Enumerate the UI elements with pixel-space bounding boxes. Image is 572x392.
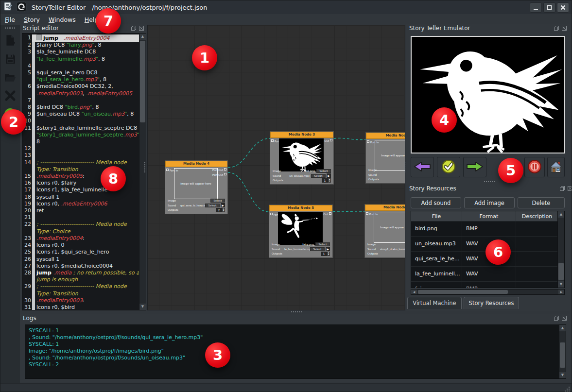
scroll-left-icon[interactable]: ◀: [411, 290, 417, 294]
title-bar[interactable]: StoryTeller Editor - /home/anthony/ostpr…: [0, 0, 572, 15]
media-node[interactable]: Media Node Port InPort Out Image will ap…: [365, 132, 405, 184]
scroll-up-icon[interactable]: ▲: [139, 34, 146, 40]
code-line-7[interactable]: 7: [22, 97, 139, 104]
close-project-icon[interactable]: [3, 88, 17, 103]
code-line-30[interactable]: 30.mediaEntry0003:: [22, 297, 139, 304]
code-line-22[interactable]: 22; ---------------------------- Media n…: [22, 221, 139, 235]
column-header-description[interactable]: Description: [516, 211, 558, 221]
code-line-24[interactable]: 24lcons r0, 0: [22, 242, 139, 249]
code-line-20[interactable]: 20ret: [22, 207, 139, 214]
table-horizontal-scrollbar[interactable]: ◀ ▶: [411, 289, 565, 295]
node-graph-canvas[interactable]: Media Node 4 Port InPort Out Port Out Im…: [147, 25, 405, 310]
code-line-12[interactable]: 12: [22, 145, 139, 152]
splitter-handle[interactable]: [144, 162, 145, 172]
code-line-11[interactable]: 11$story1_drako_luminelle_sceptre DC8 "s…: [22, 125, 139, 146]
code-line-19[interactable]: 19lcons r0, .mediaEntry0006: [22, 201, 139, 207]
code-line-18[interactable]: 18syscall 1: [22, 194, 139, 201]
code-line-31[interactable]: 31lcons r0, $bird: [22, 304, 139, 310]
maximize-button[interactable]: [543, 2, 555, 13]
add-image-button[interactable]: Add image: [464, 197, 515, 208]
table-vertical-scrollbar[interactable]: ▲ ▼: [557, 211, 564, 288]
code-line-1[interactable]: 1jump .mediaEntry0004: [22, 34, 139, 42]
scroll-right-icon[interactable]: ▶: [558, 290, 564, 294]
table-row[interactable]: fairy.pngBMP: [411, 282, 564, 288]
scrollbar-thumb[interactable]: [560, 342, 565, 368]
node-title[interactable]: Media Node 5: [269, 205, 332, 211]
float-panel-icon[interactable]: [554, 25, 559, 31]
home-button[interactable]: [547, 157, 565, 177]
resize-grip-icon[interactable]: [563, 385, 570, 392]
close-panel-icon[interactable]: [561, 25, 567, 31]
scroll-down-icon[interactable]: ▼: [559, 372, 566, 378]
tab-virtual-machine[interactable]: Virtual Machine: [407, 297, 462, 309]
float-panel-icon[interactable]: [554, 315, 559, 321]
node-title[interactable]: Media Node 3: [270, 132, 333, 138]
code-line-25[interactable]: 25lcons r1, $qui_sera_le_hero: [22, 249, 139, 256]
add-sound-button[interactable]: Add sound: [411, 197, 461, 208]
column-header-file[interactable]: File: [411, 211, 462, 221]
pause-button[interactable]: [524, 157, 545, 177]
splitter-handle[interactable]: [484, 181, 495, 182]
menu-story[interactable]: Story: [19, 15, 44, 24]
delete-button[interactable]: Delete: [518, 197, 565, 208]
close-panel-icon[interactable]: [139, 25, 144, 31]
scroll-up-icon[interactable]: ▲: [559, 325, 566, 331]
menu-file[interactable]: File: [0, 15, 19, 24]
node-title[interactable]: Media Node 4: [165, 161, 227, 167]
speaker-icon[interactable]: ▶: [221, 203, 225, 207]
scrollbar-thumb[interactable]: [418, 290, 508, 294]
code-line-29[interactable]: 29; ---------------------------- Media n…: [22, 283, 139, 297]
node-title[interactable]: Media Node: [366, 133, 405, 139]
media-node[interactable]: Media Node 5 Port InPort Out Imagefairy.…: [269, 205, 333, 258]
open-folder-icon[interactable]: [3, 70, 17, 85]
code-line-5[interactable]: 5$qui_sera_le_hero DC8 "qui_sera_le_hero…: [22, 69, 139, 83]
scroll-down-icon[interactable]: ▼: [558, 281, 564, 288]
tab-story-resources[interactable]: Story Resources: [464, 297, 519, 309]
code-editor[interactable]: 1jump .mediaEntry00042$fairy DC8 "fairy.…: [22, 33, 146, 310]
next-button[interactable]: [463, 157, 486, 177]
logs-scrollbar[interactable]: ▲ ▼: [559, 325, 566, 378]
node-title[interactable]: Media Node 6: [365, 205, 405, 211]
float-panel-icon[interactable]: [559, 186, 565, 191]
scrollbar-thumb[interactable]: [558, 263, 564, 280]
media-node[interactable]: Media Node 4 Port InPort Out Port Out Im…: [165, 160, 228, 214]
outputs-spinner[interactable]: 1▲▼: [321, 252, 330, 256]
code-line-21[interactable]: 21: [22, 214, 139, 221]
previous-button[interactable]: [411, 157, 434, 177]
code-line-13[interactable]: 13: [22, 152, 139, 159]
select-image-button[interactable]: Select: [315, 242, 330, 246]
close-button[interactable]: [557, 2, 569, 13]
column-header-format[interactable]: Format: [462, 211, 516, 221]
outputs-spinner[interactable]: 1▲▼: [322, 178, 331, 183]
code-line-3[interactable]: 3$la_fee_luminelle DC8 "la_fee_luminelle…: [22, 49, 139, 62]
code-line-6[interactable]: 6$mediaChoice0004 DC32, 2, .mediaEntry00…: [22, 83, 139, 97]
select-image-button[interactable]: Select: [210, 199, 225, 203]
logs-output[interactable]: SYSCALL: 1, Sound: "/home/anthony/ostpro…: [25, 324, 566, 379]
toolbar-drag-handle[interactable]: [5, 27, 16, 29]
ok-button[interactable]: [437, 157, 460, 177]
scroll-up-icon[interactable]: ▲: [558, 211, 564, 218]
menu-windows[interactable]: Windows: [44, 15, 80, 24]
outputs-spinner[interactable]: 2▲▼: [216, 208, 225, 212]
minimize-button[interactable]: [530, 2, 542, 13]
close-panel-icon[interactable]: [561, 315, 567, 321]
code-line-28[interactable]: 28jump .media ; no return possible, so a…: [22, 270, 139, 283]
speaker-icon[interactable]: ▶: [326, 247, 330, 251]
select-sound-button[interactable]: Select: [311, 174, 326, 178]
select-sound-button[interactable]: Select: [205, 204, 220, 207]
new-file-icon[interactable]: [3, 33, 17, 48]
close-panel-icon[interactable]: [567, 186, 572, 191]
select-sound-button[interactable]: Select: [310, 247, 325, 251]
float-panel-icon[interactable]: [131, 25, 137, 31]
code-line-26[interactable]: 26syscall 1: [22, 256, 139, 263]
code-line-2[interactable]: 2$fairy DC8 "fairy.png", 8: [22, 42, 139, 49]
splitter-handle[interactable]: [291, 311, 302, 312]
save-icon[interactable]: [3, 51, 17, 66]
code-line-4[interactable]: 4: [22, 63, 139, 69]
splitter-handle[interactable]: [404, 162, 405, 172]
scrollbar-thumb[interactable]: [140, 41, 145, 122]
table-row[interactable]: la_fee_luminelle.mp3WAV: [411, 267, 564, 282]
scroll-down-icon[interactable]: ▼: [139, 304, 146, 310]
code-line-8[interactable]: 8$bird DC8 "bird.png", 8: [22, 104, 139, 111]
code-line-27[interactable]: 27lcons r0, $mediaChoice0004: [22, 263, 139, 270]
